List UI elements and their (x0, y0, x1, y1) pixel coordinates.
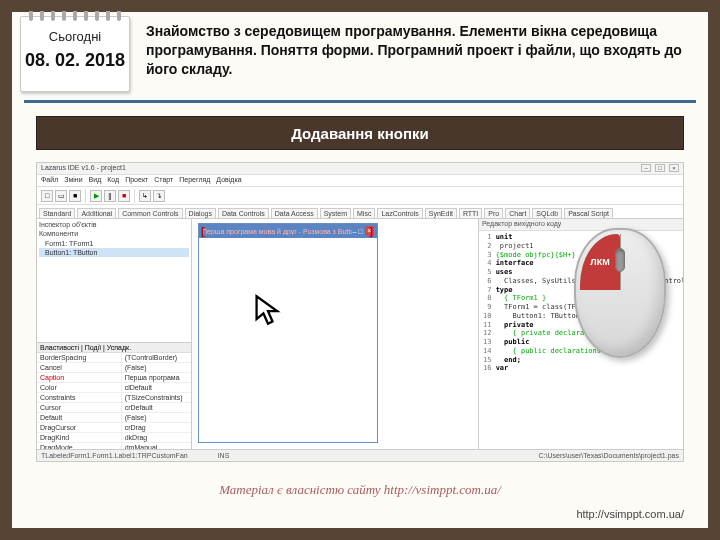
mouse-left-button: ЛКМ (580, 234, 620, 290)
status-mid: INS (218, 452, 230, 459)
open-icon[interactable]: ▭ (55, 190, 67, 202)
menu-item[interactable]: Вид (89, 176, 102, 185)
inspector-filter[interactable]: Компоненти (39, 230, 189, 237)
cursor-icon (254, 294, 282, 326)
toolbar: □ ▭ ■ ▶ ‖ ■ ↳ ↴ (37, 187, 683, 205)
mouse-wheel (615, 248, 625, 272)
prop-row[interactable]: DragCursorcrDrag (37, 423, 191, 433)
palette-tab[interactable]: Chart (505, 208, 530, 218)
save-icon[interactable]: ■ (69, 190, 81, 202)
menu-item[interactable]: Перегляд (179, 176, 210, 185)
form-designer[interactable]: Перша програма мова й друг - Розмова з B… (192, 219, 478, 461)
new-icon[interactable]: □ (41, 190, 53, 202)
menu-item[interactable]: Файл (41, 176, 58, 185)
prop-value[interactable]: (False) (122, 363, 191, 372)
run-icon[interactable]: ▶ (90, 190, 102, 202)
prop-row[interactable]: Cancel(False) (37, 363, 191, 373)
tree-item[interactable]: Form1: TForm1 (39, 239, 189, 248)
prop-key: Default (37, 413, 122, 422)
palette-tab[interactable]: Additional (77, 208, 116, 218)
window-titlebar: Lazarus IDE v1.6 - project1 – □ × (37, 163, 683, 175)
step-icon[interactable]: ↴ (153, 190, 165, 202)
selection-handles: [] (201, 225, 373, 237)
prop-row[interactable]: DragKinddkDrag (37, 433, 191, 443)
tree-item[interactable]: Button1: TButton (39, 248, 189, 257)
palette-tab[interactable]: Data Access (271, 208, 318, 218)
prop-value[interactable]: clDefault (122, 383, 191, 392)
stop-icon[interactable]: ■ (118, 190, 130, 202)
prop-value[interactable]: Перша програма (122, 373, 191, 382)
statusbar: TLabeledForm1.Form1.Label1:TRPCustomFan … (37, 449, 683, 461)
menu-item[interactable]: Старт (154, 176, 173, 185)
prop-row[interactable]: BorderSpacing(TControlBorder) (37, 353, 191, 363)
prop-value[interactable]: crDefault (122, 403, 191, 412)
prop-row[interactable]: Default(False) (37, 413, 191, 423)
divider (24, 100, 696, 103)
prop-value[interactable]: crDrag (122, 423, 191, 432)
mouse-illustration: ЛКМ (574, 228, 666, 358)
prop-key: Caption (37, 373, 122, 382)
pause-icon[interactable]: ‖ (104, 190, 116, 202)
design-form[interactable]: Перша програма мова й друг - Розмова з B… (198, 223, 378, 443)
palette-tab[interactable]: RTTI (459, 208, 482, 218)
date-card: Сьогодні 08. 02. 2018 (20, 16, 130, 92)
prop-value[interactable]: (TSizeConstraints) (122, 393, 191, 402)
prop-key: BorderSpacing (37, 353, 122, 362)
palette-tab[interactable]: Data Controls (218, 208, 269, 218)
section-bar: Додавання кнопки (36, 116, 684, 150)
palette-tab[interactable]: Misc (353, 208, 375, 218)
palette-tab[interactable]: Pascal Script (564, 208, 613, 218)
menubar[interactable]: Файл Зміни Вид Код Проект Старт Перегляд… (37, 175, 683, 187)
prop-key: DragCursor (37, 423, 122, 432)
form-surface[interactable] (199, 238, 377, 442)
status-left: TLabeledForm1.Form1.Label1:TRPCustomFan (41, 452, 188, 459)
menu-item[interactable]: Код (107, 176, 119, 185)
footer-credit: Матеріал є власністю сайту http://vsimpp… (12, 482, 708, 498)
menu-item[interactable]: Проект (125, 176, 148, 185)
page-title: Знайомство з середовищем програмування. … (146, 22, 688, 79)
minimize-icon[interactable]: – (641, 164, 651, 172)
prop-value[interactable]: (TControlBorder) (122, 353, 191, 362)
menu-item[interactable]: Довідка (216, 176, 241, 185)
inspector-title: Інспектор об'єктів (39, 221, 189, 228)
date-value: 08. 02. 2018 (21, 50, 129, 71)
prop-key: DragKind (37, 433, 122, 442)
window-buttons: – □ × (639, 164, 679, 173)
prop-key: Constraints (37, 393, 122, 402)
status-right: C:\Users\user\Texas\Documents\project1.p… (539, 452, 679, 459)
step-icon[interactable]: ↳ (139, 190, 151, 202)
prop-value[interactable]: (False) (122, 413, 191, 422)
palette-tab[interactable]: Standard (39, 208, 75, 218)
date-label: Сьогодні (21, 29, 129, 44)
prop-row[interactable]: CursorcrDefault (37, 403, 191, 413)
window-title: Lazarus IDE v1.6 - project1 (41, 164, 126, 173)
prop-key: Color (37, 383, 122, 392)
properties-grid: Властивості | Події | Успадк. BorderSpac… (37, 343, 191, 462)
palette-tab[interactable]: Dialogs (185, 208, 216, 218)
maximize-icon[interactable]: □ (655, 164, 665, 172)
prop-value[interactable]: dkDrag (122, 433, 191, 442)
palette-tab[interactable]: Pro (484, 208, 503, 218)
component-palette[interactable]: Standard Additional Common Controls Dial… (37, 205, 683, 219)
object-inspector-panel: Інспектор об'єктів Компоненти Form1: TFo… (37, 219, 192, 461)
palette-tab[interactable]: Common Controls (118, 208, 182, 218)
menu-item[interactable]: Зміни (64, 176, 82, 185)
prop-row[interactable]: CaptionПерша програма (37, 373, 191, 383)
props-tabs[interactable]: Властивості | Події | Успадк. (37, 343, 191, 353)
prop-row[interactable]: Constraints(TSizeConstraints) (37, 393, 191, 403)
palette-tab[interactable]: SQLdb (532, 208, 562, 218)
close-icon[interactable]: × (669, 164, 679, 172)
prop-row[interactable]: ColorclDefault (37, 383, 191, 393)
palette-tab[interactable]: LazControls (377, 208, 422, 218)
spiral-binding (29, 11, 121, 21)
prop-key: Cancel (37, 363, 122, 372)
palette-tab[interactable]: SynEdit (425, 208, 457, 218)
palette-tab[interactable]: System (320, 208, 351, 218)
prop-key: Cursor (37, 403, 122, 412)
footer-url: http://vsimppt.com.ua/ (576, 508, 684, 520)
